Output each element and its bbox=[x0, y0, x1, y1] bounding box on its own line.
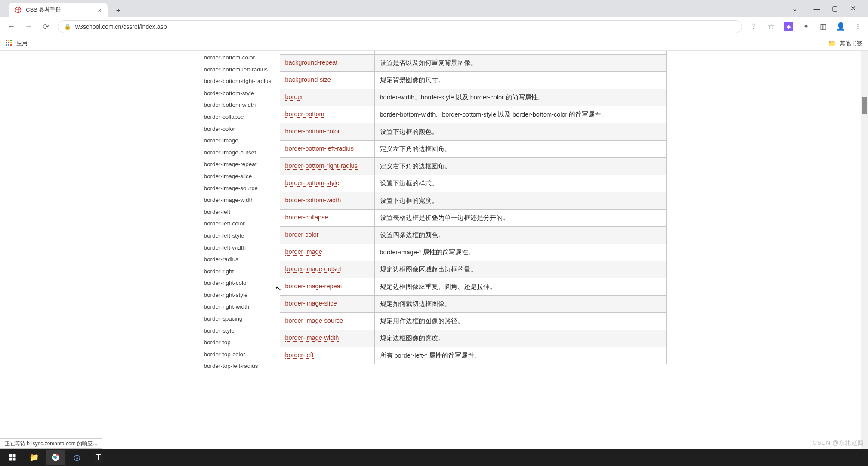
sidebar-item[interactable]: border-image bbox=[200, 135, 280, 147]
sidebar-item[interactable]: border-left bbox=[200, 206, 280, 218]
svg-rect-1 bbox=[9, 454, 12, 457]
sidebar-item[interactable]: border-top-color bbox=[200, 349, 280, 361]
tab-strip: CSS 参考手册 × + bbox=[0, 0, 868, 17]
puzzle-icon[interactable]: ✦ bbox=[802, 22, 810, 31]
sidebar-item[interactable]: border-bottom-width bbox=[200, 99, 280, 111]
table-row: border-bottom-left-radius定义左下角的边框圆角。 bbox=[280, 141, 666, 158]
sidebar-item[interactable]: border-collapse bbox=[200, 111, 280, 123]
sidebar-item[interactable]: border-left-style bbox=[200, 230, 280, 242]
apps-label[interactable]: 应用 bbox=[16, 40, 28, 47]
task-app-2[interactable]: T bbox=[89, 450, 108, 465]
task-app-1[interactable]: ◎ bbox=[67, 450, 87, 465]
property-description: 设置下边框的样式。 bbox=[374, 175, 666, 192]
sidebar-item[interactable]: border-top bbox=[200, 336, 280, 349]
property-link[interactable]: border-image bbox=[285, 248, 322, 256]
property-link[interactable]: border-collapse bbox=[285, 214, 328, 221]
sidebar-item[interactable]: border-radius bbox=[200, 253, 280, 265]
properties-table: background-repeat设置是否以及如何重复背景图像。backgrou… bbox=[280, 51, 667, 364]
property-link[interactable]: border-color bbox=[285, 231, 319, 238]
url-text: w3school.com.cn/cssref/index.asp bbox=[75, 23, 167, 30]
property-description: 所有 border-left-* 属性的简写属性。 bbox=[374, 347, 666, 364]
sidebar-item[interactable]: border-bottom-style bbox=[200, 87, 280, 99]
sidebar-item[interactable]: border-color bbox=[200, 123, 280, 135]
property-link[interactable]: border-image-source bbox=[285, 317, 343, 324]
property-description: 规定边框图像应重复、圆角、还是拉伸。 bbox=[374, 278, 666, 296]
property-link[interactable]: border-image-repeat bbox=[285, 283, 342, 290]
window-controls: ⌄ — ▢ ✕ bbox=[792, 0, 868, 17]
sidebar-item[interactable]: border-spacing bbox=[200, 313, 280, 325]
table-row: border-image-outset规定边框图像区域超出边框的量。 bbox=[280, 261, 666, 278]
sidebar-item[interactable]: border-image-slice bbox=[200, 170, 280, 182]
scrollbar-thumb[interactable] bbox=[862, 97, 867, 114]
app-icon: T bbox=[94, 452, 103, 463]
property-link[interactable]: border-bottom bbox=[285, 111, 324, 118]
file-explorer-button[interactable]: 📁 bbox=[24, 450, 44, 465]
sidebar-item[interactable]: border-bottom-color bbox=[200, 52, 280, 64]
start-button[interactable] bbox=[3, 450, 22, 465]
sidebar-item[interactable]: border-bottom-left-radius bbox=[200, 64, 280, 76]
sidebar-item[interactable]: border-image-outset bbox=[200, 147, 280, 159]
browser-tab[interactable]: CSS 参考手册 × bbox=[9, 3, 108, 17]
property-link[interactable]: border-bottom-style bbox=[285, 179, 340, 187]
sidebar-item[interactable]: border-right-style bbox=[200, 289, 280, 301]
sidebar-item[interactable]: border-bottom-right-radius bbox=[200, 75, 280, 87]
reload-button[interactable]: ⟳ bbox=[40, 22, 51, 32]
property-link[interactable]: border-left bbox=[285, 352, 314, 359]
property-description: 规定用作边框的图像的路径。 bbox=[374, 313, 666, 330]
address-bar: ← → ⟳ 🔒 w3school.com.cn/cssref/index.asp… bbox=[0, 17, 868, 36]
sidebar-item[interactable]: border-left-color bbox=[200, 218, 280, 230]
chevron-down-icon[interactable]: ⌄ bbox=[792, 5, 797, 13]
property-link[interactable]: border-image-slice bbox=[285, 300, 337, 307]
table-row: border-bottomborder-bottom-width、border-… bbox=[280, 106, 666, 123]
table-row: border-image-source规定用作边框的图像的路径。 bbox=[280, 313, 666, 330]
table-row: borderborder-width、border-style 以及 borde… bbox=[280, 89, 666, 106]
property-link[interactable]: background-repeat bbox=[285, 59, 338, 66]
sidebar-item[interactable]: border-right bbox=[200, 265, 280, 278]
menu-icon[interactable]: ⋮ bbox=[853, 22, 862, 31]
app-icon: ◎ bbox=[74, 453, 80, 462]
sidebar-item[interactable]: border-image-repeat bbox=[200, 158, 280, 170]
maximize-button[interactable]: ▢ bbox=[832, 6, 838, 12]
property-description: 设置下边框的宽度。 bbox=[374, 192, 666, 210]
table-row: border-image-repeat规定边框图像应重复、圆角、还是拉伸。 bbox=[280, 278, 666, 296]
property-link[interactable]: border-bottom-right-radius bbox=[285, 162, 358, 170]
chrome-button[interactable] bbox=[46, 450, 65, 465]
new-tab-button[interactable]: + bbox=[112, 4, 125, 17]
minimize-button[interactable]: — bbox=[814, 6, 820, 12]
sidebar-item[interactable]: border-top-left-radius bbox=[200, 360, 280, 372]
property-link[interactable]: border-bottom-color bbox=[285, 128, 340, 135]
svg-rect-2 bbox=[13, 454, 16, 457]
sidebar-item[interactable]: border-style bbox=[200, 325, 280, 337]
sidebar-item[interactable]: border-right-width bbox=[200, 301, 280, 313]
scrollbar-vertical[interactable] bbox=[861, 51, 868, 449]
property-description: 定义左下角的边框圆角。 bbox=[374, 141, 666, 158]
extension-icon[interactable]: ◆ bbox=[784, 22, 793, 31]
forward-button[interactable]: → bbox=[23, 22, 34, 32]
omnibox[interactable]: 🔒 w3school.com.cn/cssref/index.asp bbox=[58, 20, 742, 33]
sidepanel-icon[interactable]: ▥ bbox=[819, 22, 828, 31]
property-link[interactable]: background-size bbox=[285, 76, 331, 83]
star-icon[interactable]: ☆ bbox=[766, 22, 775, 31]
sidebar-item[interactable]: border-right-color bbox=[200, 277, 280, 289]
profile-icon[interactable]: 👤 bbox=[836, 22, 845, 31]
sidebar-item[interactable]: border-image-source bbox=[200, 182, 280, 194]
property-link[interactable]: border-image-outset bbox=[285, 265, 342, 273]
back-button[interactable]: ← bbox=[6, 22, 16, 32]
close-tab-icon[interactable]: × bbox=[98, 6, 102, 14]
apps-icon[interactable] bbox=[6, 40, 13, 47]
property-link[interactable]: border-image-width bbox=[285, 334, 339, 342]
status-text: 正在等待 b1sync.zemanta.com 的响应… bbox=[5, 440, 98, 447]
taskbar: 📁 ◎ T bbox=[0, 449, 868, 466]
property-link[interactable]: border-bottom-width bbox=[285, 197, 341, 204]
share-icon[interactable]: ⇪ bbox=[749, 22, 758, 31]
table-row: border-bottom-right-radius定义右下角的边框圆角。 bbox=[280, 158, 666, 175]
table-row: border-color设置四条边框的颜色。 bbox=[280, 227, 666, 244]
sidebar-item[interactable]: border-image-width bbox=[200, 194, 280, 206]
close-window-button[interactable]: ✕ bbox=[850, 6, 856, 12]
other-bookmarks[interactable]: 其他书签 bbox=[840, 40, 862, 47]
table-row: border-imageborder-image-* 属性的简写属性。 bbox=[280, 244, 666, 261]
sidebar-item[interactable]: border-left-width bbox=[200, 242, 280, 254]
property-link[interactable]: border bbox=[285, 93, 303, 101]
property-link[interactable]: border-bottom-left-radius bbox=[285, 145, 354, 152]
table-row: background-size规定背景图像的尺寸。 bbox=[280, 72, 666, 89]
